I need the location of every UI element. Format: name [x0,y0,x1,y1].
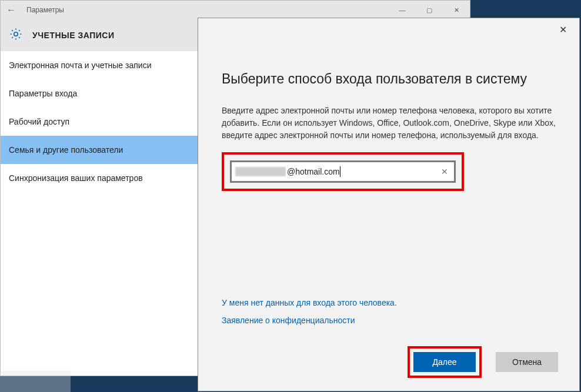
back-arrow-icon[interactable]: ← [6,5,16,15]
sidebar-item-label: Электронная почта и учетные записи [9,61,151,70]
sidebar: Электронная почта и учетные записи Парам… [1,51,202,192]
next-button[interactable]: Далее [413,352,476,372]
minimize-button[interactable]: — [389,1,416,19]
sidebar-item-label: Синхронизация ваших параметров [9,173,143,183]
taskbar-fragment [0,371,71,392]
window-controls: — ▢ ✕ [389,1,470,19]
dialog-actions: Далее Отмена [408,346,558,378]
sidebar-item-label: Семья и другие пользователи [9,145,123,155]
sidebar-item-label: Параметры входа [9,89,77,98]
dialog-description: Введите адрес электронной почты или номе… [222,105,556,142]
section-heading: УЧЕТНЫЕ ЗАПИСИ [32,31,114,40]
email-input-highlight: @hotmail.com ✕ [222,152,464,191]
add-user-dialog: ✕ Выберите способ входа пользователя в с… [198,18,580,391]
next-button-highlight: Далее [408,346,482,378]
dialog-links: У меня нет данных для входа этого челове… [222,298,397,333]
dialog-body: Выберите способ входа пользователя в сис… [198,18,579,191]
sidebar-item-sync-settings[interactable]: Синхронизация ваших параметров [1,164,202,192]
sidebar-item-signin-options[interactable]: Параметры входа [1,79,202,108]
dialog-title: Выберите способ входа пользователя в сис… [222,71,556,87]
gear-icon [9,27,23,43]
svg-point-0 [14,32,18,35]
sidebar-item-email-accounts[interactable]: Электронная почта и учетные записи [1,51,202,79]
clear-input-icon[interactable]: ✕ [439,167,450,176]
email-domain-text: @hotmail.com [287,167,340,176]
text-caret [340,166,340,177]
close-icon[interactable]: ✕ [556,24,570,38]
redacted-username [235,167,286,176]
maximize-button[interactable]: ▢ [416,1,443,19]
link-no-signin-info[interactable]: У меня нет данных для входа этого челове… [222,298,397,307]
sidebar-item-label: Рабочий доступ [9,117,69,126]
close-window-button[interactable]: ✕ [443,1,470,19]
email-input[interactable]: @hotmail.com ✕ [230,160,456,183]
sidebar-item-work-access[interactable]: Рабочий доступ [1,108,202,136]
link-privacy-statement[interactable]: Заявление о конфиденциальности [222,316,397,325]
window-title: Параметры [26,6,389,14]
cancel-button[interactable]: Отмена [496,352,558,372]
sidebar-item-family-users[interactable]: Семья и другие пользователи [1,136,202,164]
titlebar: ← Параметры — ▢ ✕ [1,1,470,19]
